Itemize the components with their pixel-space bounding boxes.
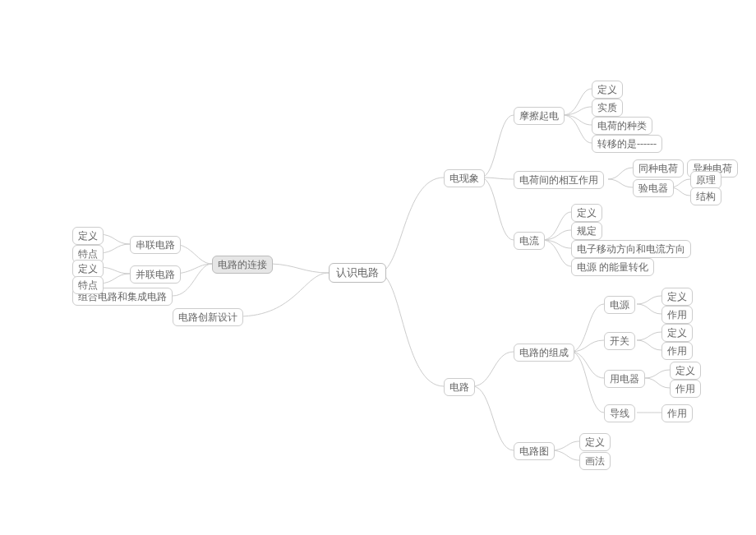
node-composition[interactable]: 电路的组成: [514, 344, 574, 362]
root-node[interactable]: 认识电路: [329, 263, 386, 283]
node-parallel-char[interactable]: 特点: [72, 276, 104, 294]
node-electroscope-structure[interactable]: 结构: [690, 187, 721, 205]
node-transfer[interactable]: 转移的是------: [592, 135, 662, 153]
node-series-def[interactable]: 定义: [72, 227, 104, 245]
node-friction-def[interactable]: 定义: [592, 81, 623, 99]
node-switch[interactable]: 开关: [604, 332, 635, 350]
node-current-energy[interactable]: 电源 的能量转化: [571, 258, 654, 276]
node-device-role[interactable]: 作用: [670, 380, 701, 398]
node-charge-types[interactable]: 电荷的种类: [592, 117, 652, 135]
node-current-rule[interactable]: 规定: [571, 222, 602, 240]
node-source-def[interactable]: 定义: [662, 288, 693, 306]
node-device[interactable]: 用电器: [604, 370, 645, 388]
node-switch-role[interactable]: 作用: [662, 342, 693, 360]
node-wire-role[interactable]: 作用: [662, 404, 693, 422]
node-series-circuit[interactable]: 串联电路: [130, 236, 181, 254]
node-parallel-circuit[interactable]: 并联电路: [130, 265, 181, 284]
node-electroscope[interactable]: 验电器: [633, 179, 674, 197]
node-diagram-draw[interactable]: 画法: [579, 452, 611, 470]
node-wire[interactable]: 导线: [604, 404, 635, 422]
node-circuit-connection[interactable]: 电路的连接: [212, 256, 273, 274]
node-source-role[interactable]: 作用: [662, 306, 693, 324]
node-circuit[interactable]: 电路: [444, 378, 475, 396]
node-friction-nature[interactable]: 实质: [592, 99, 623, 117]
node-switch-def[interactable]: 定义: [662, 324, 693, 342]
node-same-charge[interactable]: 同种电荷: [633, 159, 684, 178]
node-diagram[interactable]: 电路图: [514, 442, 555, 460]
node-diagram-def[interactable]: 定义: [579, 433, 611, 451]
node-circuit-innovation[interactable]: 电路创新设计: [173, 308, 243, 326]
node-source[interactable]: 电源: [604, 296, 635, 314]
node-parallel-def[interactable]: 定义: [72, 260, 104, 278]
node-electroscope-principle[interactable]: 原理: [690, 171, 721, 189]
node-device-def[interactable]: 定义: [670, 362, 701, 380]
node-friction[interactable]: 摩擦起电: [514, 107, 565, 125]
node-current-def[interactable]: 定义: [571, 204, 602, 222]
node-charge-interaction[interactable]: 电荷间的相互作用: [514, 171, 604, 189]
node-electric-phenomena[interactable]: 电现象: [444, 169, 485, 187]
node-current-direction[interactable]: 电子移动方向和电流方向: [571, 240, 691, 258]
node-current[interactable]: 电流: [514, 232, 545, 250]
